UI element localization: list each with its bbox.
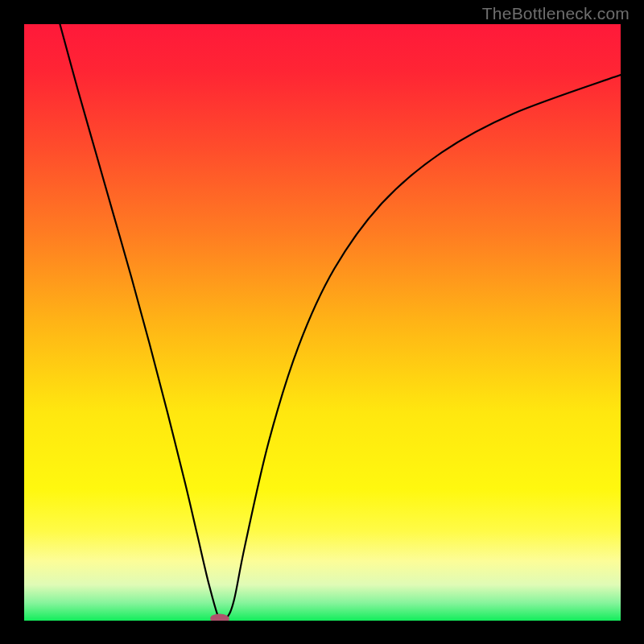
watermark-text: TheBottleneck.com — [482, 4, 630, 23]
chart-plot — [24, 24, 621, 621]
chart-background — [24, 24, 621, 621]
